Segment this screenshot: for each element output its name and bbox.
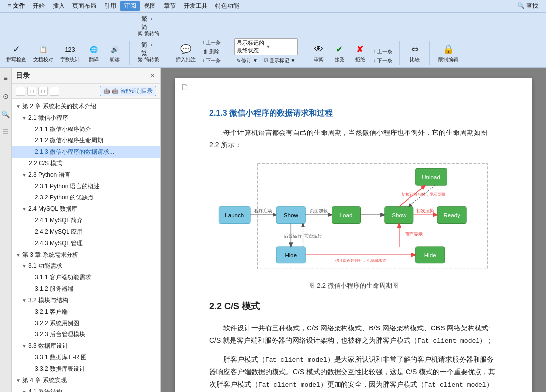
tree-item[interactable]: 2.3.1 Python 语言的概述 [12,181,160,192]
sidebar-tree: ▼ 第 2 章 系统相关的技术介绍▼ 2.1 微信小程序2.1.1 微信小程序简… [12,99,160,392]
search-panel-icon[interactable]: 🔍 [0,108,12,120]
diagram-caption: 图 2.2 微信小程序的生命周期图 [209,281,497,290]
menu-chapter[interactable]: 章节 [160,1,180,11]
tree-arrow[interactable]: ▼ [16,252,21,258]
tree-item-label: 3.1 功能需求 [28,262,156,270]
lifecycle-svg: Launch 程序启动 Show 页面加载 Load [209,159,497,273]
tree-item[interactable]: 2.1.2 微信小程序生命周期 [12,135,160,146]
sidebar-tool4-button[interactable]: □ [50,87,59,96]
tree-arrow[interactable]: ▼ [22,263,27,269]
search-icon[interactable]: 🔍 查找 [513,1,542,11]
tree-item[interactable]: ▼ 4.1 系统结构 [12,386,160,392]
track-changes-button[interactable]: ✎ 修订 ▼ [234,57,260,65]
review-pane-button[interactable]: 👁 审阅 [309,41,328,65]
eye-icon[interactable]: ⊙ [1,90,11,102]
translate-button[interactable]: 🌐 翻译 [84,41,103,65]
menu-reference[interactable]: 引用 [100,1,120,11]
simp-icon: 简→繁 [141,42,155,56]
menu-layout[interactable]: 页面布局 [68,1,100,11]
tree-item-label: 2.3.2 Python 的优缺点 [35,194,156,202]
tree-item[interactable]: ▼ 第 2 章 系统相关的技术介绍 [12,101,160,112]
tree-arrow[interactable]: ▼ [22,389,27,392]
tree-item[interactable]: 3.2.1 客户端 [12,306,160,318]
tree-item[interactable]: 2.3.2 Python 的优缺点 [12,192,160,203]
next-change-button[interactable]: ↓ 下一条 [372,57,395,65]
spellcheck-button[interactable]: ✓ 拼写检查 [4,41,29,65]
tree-item[interactable]: 2.1.1 微信小程序简介 [12,124,160,135]
show-markup-button[interactable]: ☑ 显示标记 ▼ [262,57,297,65]
trad-icon: 繁→简 [141,16,155,30]
tree-item[interactable]: 2.1.3 微信小程序的数据请求... [12,146,160,158]
sidebar-close-button[interactable]: × [149,71,156,80]
tree-item[interactable]: 3.2.2 系统用例图 [12,318,160,329]
tree-item[interactable]: ▼ 2.1 微信小程序 [12,112,160,124]
list-icon[interactable]: ☰ [0,126,11,138]
menu-view[interactable]: 视图 [140,1,160,11]
tree-item[interactable]: 3.2.3 后台管理模块 [12,329,160,340]
tree-item-label: 2.4.2 MySQL 应用 [35,228,156,236]
translate-icon: 🌐 [87,42,101,56]
tree-item-label: 2.1.2 微信小程序生命周期 [35,136,156,145]
track-dropdown[interactable]: 显示标记的最终状态 ▼ [234,38,298,55]
menu-bar: ≡ 文件 开始 插入 页面布局 引用 审阅 视图 章节 开发工具 特色功能 🔍 … [0,0,546,13]
prev-comment-button[interactable]: ↑ 上一条 [200,39,223,47]
reject-button[interactable]: ✘ 拒绝 [351,41,370,65]
tree-item[interactable]: 2.4.3 MySQL 管理 [12,238,160,249]
svg-text:Show: Show [392,212,407,218]
tree-arrow[interactable]: ▼ [22,206,27,212]
compare-button[interactable]: ⇔ 比较 [406,41,424,65]
tree-item[interactable]: ▼ 第 4 章 系统实现 [12,375,160,386]
tree-arrow[interactable]: ▼ [22,298,27,303]
tree-arrow[interactable]: ▼ [22,172,27,178]
file-menu[interactable]: ≡ 文件 [4,1,29,11]
menu-insert[interactable]: 插入 [49,1,68,11]
simp-to-trad-button[interactable]: 简→繁 繁 简转繁 [136,41,162,65]
sidebar-collapse-button[interactable]: □ [16,87,25,96]
doc-area[interactable]: 🗋 2.1.3 微信小程序的数据请求和过程 每个计算机语言都会有自己的生命周期，… [161,68,546,392]
trad-to-simp-button[interactable]: 繁→简 阅 繁转简 [136,15,162,39]
tree-item[interactable]: 3.1.1 客户端功能需求 [12,272,160,283]
svg-text:Load: Load [340,212,353,218]
next-comment-button[interactable]: ↓ 下一条 [200,57,223,65]
sidebar-tool3-button[interactable]: □ [38,87,48,96]
tree-item[interactable]: ▼ 3.2 模块与结构 [12,295,160,306]
smart-toc-button[interactable]: 🤖 🤖 智能识别目录 [100,86,156,96]
tree-item[interactable]: 3.3.1 数据库 E-R 图 [12,352,160,363]
menu-special[interactable]: 特色功能 [211,1,243,11]
menu-review[interactable]: 审阅 [120,1,140,11]
tree-arrow[interactable]: ▼ [16,104,21,109]
hamburger-icon[interactable]: ≡ [1,72,9,84]
menu-start[interactable]: 开始 [29,1,49,11]
tree-item-label: 3.2.2 系统用例图 [35,319,156,327]
tree-item[interactable]: 3.1.2 服务器端 [12,283,160,295]
doc-page: 🗋 2.1.3 微信小程序的数据请求和过程 每个计算机语言都会有自己的生命周期，… [175,78,532,392]
tree-item[interactable]: ▼ 2.3 Python 语言 [12,169,160,181]
tree-item-label: 3.3.2 数据库表设计 [35,365,156,373]
insert-comment-button[interactable]: 💬 插入批注 [173,41,198,65]
sidebar-expand-button[interactable]: □ [27,87,37,96]
menu-dev[interactable]: 开发工具 [180,1,211,11]
heading-2-1-3: 2.1.3 微信小程序的数据请求和过程 [209,108,497,119]
doccheck-button[interactable]: 📋 文档校对 [31,41,56,65]
svg-text:Launch: Launch [225,212,244,218]
tree-item[interactable]: 2.4.1 MySQL 简介 [12,215,160,226]
sidebar: 目录 × □ □ □ □ 🤖 🤖 智能识别目录 ▼ 第 2 章 系统相关的技术介… [12,68,161,392]
tree-arrow[interactable]: ▼ [16,378,21,383]
restrict-edit-button[interactable]: 🔒 限制编辑 [436,41,461,65]
tree-item[interactable]: 2.4.2 MySQL 应用 [12,226,160,238]
prev-change-button[interactable]: ↑ 上一条 [372,48,395,56]
page-icon: 🗋 [181,82,190,93]
tree-item[interactable]: ▼ 第 3 章 系统需求分析 [12,249,160,261]
tree-item[interactable]: ▼ 2.4 MySQL 数据库 [12,203,160,215]
tree-arrow[interactable]: ▼ [22,343,27,349]
tree-item[interactable]: 2.2 C/S 模式 [12,158,160,169]
tree-item[interactable]: ▼ 3.1 功能需求 [12,261,160,272]
tree-item-label: 第 3 章 系统需求分析 [22,251,156,259]
tree-item[interactable]: ▼ 3.3 数据库设计 [12,340,160,352]
tree-arrow[interactable]: ▼ [22,115,27,121]
tree-item[interactable]: 3.3.2 数据库表设计 [12,363,160,375]
wordcount-button[interactable]: 123 字数统计 [58,41,82,65]
delete-comment-button[interactable]: 🗑 删除 [200,48,223,56]
accept-button[interactable]: ✔ 接受 [330,41,349,65]
read-button[interactable]: 🔊 朗读 [105,41,124,65]
